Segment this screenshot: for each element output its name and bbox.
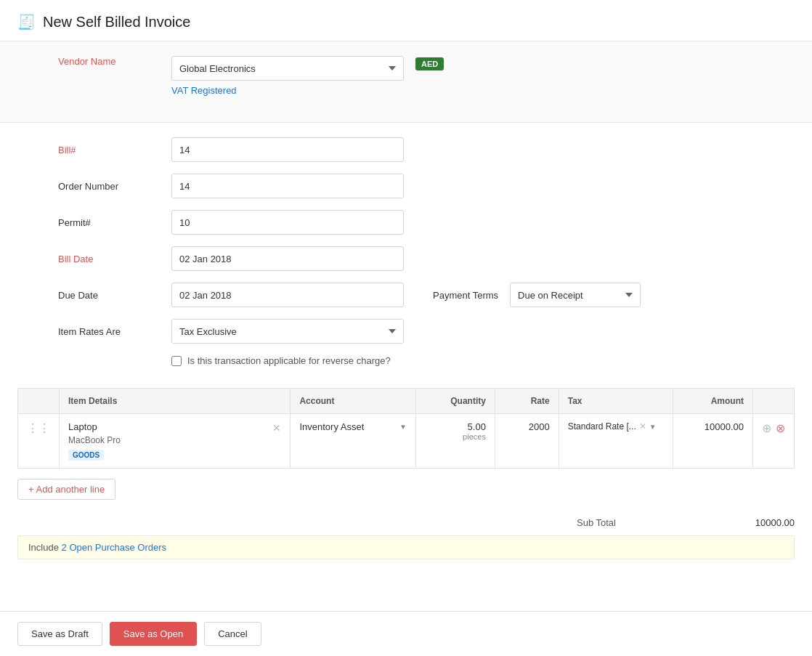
rate-header: Rate bbox=[495, 389, 559, 414]
order-number-input[interactable] bbox=[171, 174, 404, 198]
invoice-icon: 🧾 bbox=[17, 13, 36, 31]
quantity-value[interactable]: 5.00 bbox=[425, 421, 486, 432]
include-po-text: Include bbox=[28, 542, 59, 553]
page-title: New Self Billed Invoice bbox=[43, 14, 190, 31]
row-actions-cell: ⊕ ⊗ bbox=[753, 414, 795, 469]
due-date-left: Due Date bbox=[58, 283, 404, 307]
include-po-link-text: Open Purchase Orders bbox=[69, 542, 166, 553]
bill-row: Bill# bbox=[58, 137, 754, 162]
item-close-button[interactable]: ✕ bbox=[272, 422, 281, 434]
add-line-section: + Add another line bbox=[0, 469, 812, 510]
row-copy-button[interactable]: ⊕ bbox=[762, 421, 771, 435]
account-cell: Inventory Asset ▼ bbox=[291, 414, 416, 469]
item-description: MacBook Pro bbox=[68, 435, 268, 445]
tax-cell-inner: Standard Rate [... ✕ ▼ bbox=[568, 421, 664, 432]
account-header: Account bbox=[291, 389, 416, 414]
reverse-charge-label: Is this transaction applicable for rever… bbox=[187, 355, 391, 366]
account-value[interactable]: Inventory Asset bbox=[299, 421, 397, 432]
item-details-header: Item Details bbox=[60, 389, 291, 414]
quantity-cell: 5.00 pieces bbox=[416, 414, 495, 469]
amount-value: 10000.00 bbox=[705, 421, 744, 432]
goods-badge: GOODS bbox=[68, 450, 104, 461]
item-content: Laptop MacBook Pro GOODS bbox=[68, 421, 268, 461]
footer-bar: Save as Draft Save as Open Cancel bbox=[0, 611, 812, 656]
drag-col-header bbox=[18, 389, 60, 414]
item-rates-select[interactable]: Tax Exclusive Tax Inclusive No Tax bbox=[171, 319, 404, 344]
vendor-row: Vendor Name Global Electronics VAT Regis… bbox=[58, 56, 754, 96]
item-rates-label: Item Rates Are bbox=[58, 326, 160, 337]
form-body: Bill# Order Number Permit# Bill Date Due… bbox=[0, 123, 812, 381]
row-actions: ⊕ ⊗ bbox=[762, 421, 785, 435]
vat-registered-link[interactable]: VAT Registered bbox=[171, 85, 404, 96]
item-name[interactable]: Laptop bbox=[68, 421, 268, 432]
save-open-button[interactable]: Save as Open bbox=[110, 622, 197, 646]
subtotal-row: Sub Total 10000.00 bbox=[0, 510, 812, 535]
vendor-label: Vendor Name bbox=[58, 56, 160, 67]
save-draft-button[interactable]: Save as Draft bbox=[17, 622, 102, 646]
payment-terms-label: Payment Terms bbox=[433, 290, 498, 301]
tax-remove-button[interactable]: ✕ bbox=[639, 421, 646, 432]
account-dropdown-arrow: ▼ bbox=[399, 423, 407, 431]
quantity-header: Quantity bbox=[416, 389, 495, 414]
subtotal-label: Sub Total bbox=[577, 517, 616, 528]
open-purchase-orders-link[interactable]: 2 Open Purchase Orders bbox=[62, 542, 167, 553]
reverse-charge-checkbox[interactable] bbox=[171, 356, 182, 366]
due-date-input[interactable] bbox=[171, 283, 404, 307]
reverse-charge-row: Is this transaction applicable for rever… bbox=[171, 355, 754, 366]
cancel-button[interactable]: Cancel bbox=[204, 622, 261, 646]
permit-row: Permit# bbox=[58, 210, 754, 235]
order-number-row: Order Number bbox=[58, 174, 754, 198]
include-po-count: 2 bbox=[62, 542, 67, 553]
quantity-unit: pieces bbox=[425, 432, 486, 441]
rate-value[interactable]: 2000 bbox=[529, 421, 550, 432]
rate-cell: 2000 bbox=[495, 414, 559, 469]
items-table: Item Details Account Quantity Rate Tax A… bbox=[17, 388, 795, 469]
payment-terms-group: Payment Terms Due on Receipt Net 30 Net … bbox=[433, 283, 641, 307]
row-delete-button[interactable]: ⊗ bbox=[776, 421, 785, 435]
bill-date-row: Bill Date bbox=[58, 246, 754, 271]
payment-terms-select[interactable]: Due on Receipt Net 30 Net 60 bbox=[510, 283, 641, 307]
bill-date-label: Bill Date bbox=[58, 254, 160, 264]
bill-label: Bill# bbox=[58, 145, 160, 155]
tax-cell: Standard Rate [... ✕ ▼ bbox=[559, 414, 673, 469]
currency-badge: AED bbox=[415, 57, 444, 70]
drag-handle[interactable]: ⋮⋮ bbox=[18, 414, 60, 469]
items-section: Item Details Account Quantity Rate Tax A… bbox=[0, 388, 812, 469]
due-date-label: Due Date bbox=[58, 290, 160, 301]
table-row: ⋮⋮ Laptop MacBook Pro GOODS ✕ Inventory … bbox=[18, 414, 795, 469]
account-cell-inner: Inventory Asset ▼ bbox=[299, 421, 407, 432]
bill-date-input[interactable] bbox=[171, 246, 404, 271]
due-date-row: Due Date Payment Terms Due on Receipt Ne… bbox=[58, 283, 754, 307]
actions-col-header bbox=[753, 389, 795, 414]
permit-label: Permit# bbox=[58, 217, 160, 228]
permit-input[interactable] bbox=[171, 210, 404, 235]
tax-dropdown-arrow: ▼ bbox=[649, 423, 657, 431]
tax-value[interactable]: Standard Rate [... bbox=[568, 421, 636, 432]
item-details-cell: Laptop MacBook Pro GOODS ✕ bbox=[60, 414, 291, 469]
quantity-wrapper: 5.00 pieces bbox=[425, 421, 486, 441]
add-line-button[interactable]: + Add another line bbox=[17, 479, 115, 500]
vendor-select-wrapper: Global Electronics VAT Registered bbox=[171, 56, 404, 96]
item-rates-row: Item Rates Are Tax Exclusive Tax Inclusi… bbox=[58, 319, 754, 344]
amount-header: Amount bbox=[673, 389, 752, 414]
order-number-label: Order Number bbox=[58, 181, 160, 192]
page-header: 🧾 New Self Billed Invoice bbox=[0, 0, 812, 41]
vendor-select[interactable]: Global Electronics bbox=[171, 56, 404, 81]
table-header-row: Item Details Account Quantity Rate Tax A… bbox=[18, 389, 795, 414]
subtotal-inner: Sub Total 10000.00 bbox=[577, 517, 795, 528]
tax-header: Tax bbox=[559, 389, 673, 414]
item-details-inner: Laptop MacBook Pro GOODS ✕ bbox=[68, 421, 281, 461]
include-po-bar: Include 2 Open Purchase Orders bbox=[17, 535, 795, 559]
amount-cell: 10000.00 bbox=[673, 414, 752, 469]
subtotal-value: 10000.00 bbox=[755, 517, 795, 528]
vendor-section: Vendor Name Global Electronics VAT Regis… bbox=[0, 41, 812, 123]
bill-input[interactable] bbox=[171, 137, 404, 162]
